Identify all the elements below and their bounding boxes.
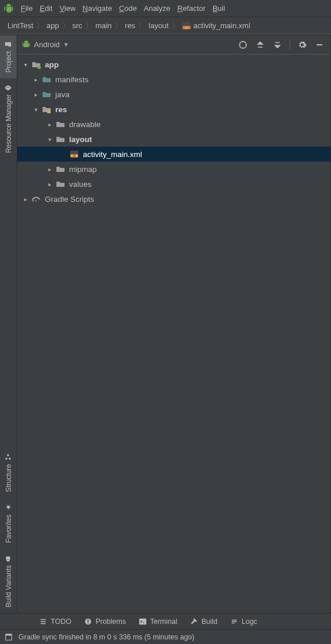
tool-tab-build-variants[interactable]: Build Variants: [0, 549, 17, 613]
breadcrumb-item[interactable]: src: [71, 21, 84, 30]
menu-analyze[interactable]: Analyze: [144, 4, 170, 13]
folder-icon: [55, 164, 66, 174]
chevron-right-icon: 〉: [137, 21, 147, 31]
tree-node-java[interactable]: ▸ java: [17, 87, 330, 102]
tree-node-manifests[interactable]: ▸ manifests: [17, 72, 330, 87]
menu-edit[interactable]: Edit: [40, 4, 52, 13]
breadcrumb-item[interactable]: res: [123, 21, 137, 30]
menu-bar: File Edit View Navigate Code Analyze Ref…: [0, 0, 331, 17]
tree-node-values[interactable]: ▸ values: [17, 177, 330, 191]
svg-rect-14: [87, 622, 89, 623]
breadcrumb-tail[interactable]: <> activity_main.xml: [180, 21, 252, 30]
android-studio-logo-icon: [3, 3, 14, 14]
menu-code[interactable]: Code: [119, 4, 137, 13]
tree-node-gradle-scripts[interactable]: ▸ Gradle Scripts: [17, 191, 330, 206]
xml-file-icon: [69, 150, 79, 159]
chevron-right-icon[interactable]: ▸: [31, 76, 40, 83]
svg-rect-9: [47, 110, 51, 113]
menu-view[interactable]: View: [59, 4, 75, 13]
terminal-icon: [139, 618, 147, 626]
breadcrumb-item[interactable]: main: [94, 21, 113, 30]
folder-icon: [5, 41, 12, 48]
tool-tab-logcat[interactable]: Logc: [230, 618, 257, 626]
breadcrumb-item[interactable]: layout: [147, 21, 170, 30]
collapse-all-icon[interactable]: [271, 39, 284, 51]
tool-tab-todo[interactable]: TODO: [39, 618, 71, 626]
breadcrumb-item[interactable]: LintTest: [6, 21, 35, 30]
tool-tab-terminal[interactable]: Terminal: [139, 618, 177, 626]
tree-node-drawable[interactable]: ▸ drawable: [17, 117, 330, 132]
status-text: Gradle sync finished in 8 m 0 s 336 ms (…: [18, 633, 195, 641]
folder-icon: [55, 179, 66, 189]
gear-icon[interactable]: [296, 39, 309, 51]
tree-node-mipmap[interactable]: ▸ mipmap: [17, 162, 330, 177]
hammer-icon: [190, 618, 198, 626]
project-tree[interactable]: ▾ app ▸ manifests ▸ java: [17, 55, 330, 613]
bottom-tool-bar: TODO Problems Terminal Build Logc: [0, 613, 331, 629]
tool-tab-resource-manager[interactable]: Resource Manager: [0, 78, 17, 159]
svg-point-8: [37, 66, 41, 69]
chevron-right-icon[interactable]: ▸: [45, 166, 54, 172]
logcat-icon: [230, 618, 238, 626]
breadcrumb-item[interactable]: app: [45, 21, 61, 30]
tool-tab-structure[interactable]: Structure: [0, 448, 17, 498]
chevron-right-icon[interactable]: ▸: [45, 181, 54, 187]
android-icon: [22, 40, 31, 49]
module-icon: [31, 60, 41, 69]
tree-node-res[interactable]: ▾ res: [17, 102, 330, 117]
expand-all-icon[interactable]: [254, 39, 267, 51]
chevron-right-icon: 〉: [170, 21, 180, 31]
svg-text:<>: <>: [184, 26, 189, 29]
folder-icon: [41, 90, 52, 99]
menu-refactor[interactable]: Refactor: [177, 4, 206, 13]
select-opened-file-icon[interactable]: [237, 39, 249, 51]
gradle-icon: [31, 195, 41, 203]
layers-icon: [5, 84, 12, 91]
project-view-selector[interactable]: Android ▼: [22, 40, 69, 49]
svg-rect-7: [317, 44, 322, 45]
list-icon: [39, 618, 47, 626]
project-panel-header: Android ▼: [17, 35, 330, 55]
tool-tab-favorites[interactable]: Favorites ★: [0, 497, 17, 549]
svg-rect-3: [9, 458, 11, 459]
res-folder-icon: [41, 105, 52, 114]
notifications-icon[interactable]: [5, 633, 13, 641]
project-panel: Android ▼ ▾: [17, 35, 331, 613]
chevron-down-icon[interactable]: ▾: [21, 62, 30, 68]
menu-navigate[interactable]: Navigate: [82, 4, 112, 13]
tree-node-app[interactable]: ▾ app: [17, 57, 330, 72]
tool-tab-build[interactable]: Build: [190, 618, 218, 626]
chevron-right-icon: 〉: [84, 21, 94, 31]
svg-rect-13: [87, 619, 89, 622]
folder-icon: [41, 75, 52, 84]
status-bar: Gradle sync finished in 8 m 0 s 336 ms (…: [0, 629, 331, 644]
tool-tab-problems[interactable]: Problems: [84, 618, 126, 626]
folder-icon: [55, 135, 66, 144]
chevron-right-icon[interactable]: ▸: [31, 91, 40, 98]
menu-build[interactable]: Buil: [212, 4, 225, 13]
chevron-right-icon: 〉: [61, 21, 71, 31]
tool-tab-project[interactable]: Project: [0, 35, 17, 78]
folder-icon: [55, 120, 66, 129]
chevron-down-icon[interactable]: ▾: [31, 106, 40, 113]
xml-file-icon: <>: [182, 21, 191, 30]
breadcrumb: LintTest 〉 app 〉 src 〉 main 〉 res 〉 layo…: [0, 17, 331, 34]
minimize-icon[interactable]: [313, 39, 326, 51]
menu-file[interactable]: File: [21, 4, 33, 13]
structure-icon: [5, 454, 12, 461]
chevron-right-icon: 〉: [113, 21, 123, 31]
chevron-right-icon[interactable]: ▸: [21, 196, 30, 202]
android-icon: [5, 555, 12, 562]
chevron-down-icon: ▼: [63, 41, 69, 48]
svg-rect-15: [139, 618, 146, 624]
divider: [290, 40, 290, 50]
tree-node-layout[interactable]: ▾ layout: [17, 132, 330, 147]
chevron-down-icon[interactable]: ▾: [45, 136, 54, 143]
svg-rect-17: [6, 634, 12, 635]
warning-icon: [84, 618, 92, 626]
chevron-right-icon[interactable]: ▸: [45, 121, 54, 128]
svg-rect-5: [7, 454, 9, 456]
tree-node-activity-main[interactable]: ▸ activity_main.xml: [17, 147, 330, 162]
left-tool-strip: Project Resource Manager Structure Favor…: [0, 35, 17, 613]
svg-rect-4: [6, 458, 7, 459]
